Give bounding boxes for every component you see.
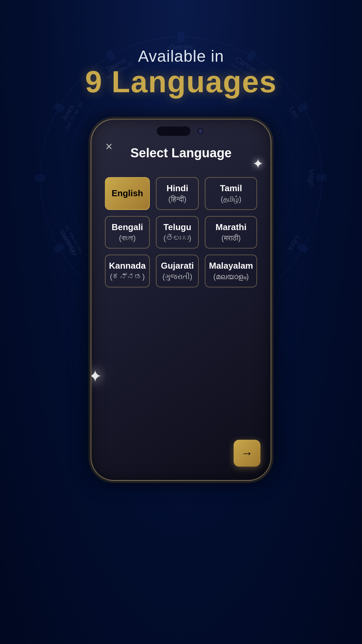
language-button-hindi[interactable]: Hindi(हिन्दी) <box>156 177 199 210</box>
language-native-marathi: (मराठी) <box>221 234 241 243</box>
language-grid: EnglishHindi(हिन्दी)Tamil(தமிழ்)Bengali(… <box>102 177 260 287</box>
svg-rect-17 <box>297 243 309 254</box>
language-name-hindi: Hindi <box>167 183 188 194</box>
sparkle-icon: ✦ <box>252 156 264 171</box>
phone-mockup: × ✦ Select Language EnglishHindi(हिन्दी)… <box>90 119 272 481</box>
language-native-malayalam: (മലയാളം) <box>213 272 249 281</box>
language-name-gujarati: Gujarati <box>161 261 194 271</box>
modal-title: Select Language <box>102 146 260 160</box>
phone-volume-down-button <box>90 234 91 261</box>
language-name-kannada: Kannada <box>109 261 146 271</box>
nine-languages-label: 9 Languages <box>85 65 277 99</box>
language-button-bengali[interactable]: Bengali(বাংলা) <box>105 216 150 249</box>
language-name-malayalam: Malayalam <box>209 261 253 271</box>
close-icon: × <box>105 141 112 153</box>
next-button[interactable]: → <box>234 440 260 467</box>
language-button-gujarati[interactable]: Gujarati(ગુજરાતી) <box>156 255 199 287</box>
language-name-marathi: Marathi <box>216 222 246 232</box>
phone-screen: × ✦ Select Language EnglishHindi(हिन्दी)… <box>92 136 270 480</box>
language-button-marathi[interactable]: Marathi(मराठी) <box>205 216 257 249</box>
svg-text:Virgo: Virgo <box>307 169 316 186</box>
language-native-tamil: (தமிழ்) <box>221 195 241 204</box>
language-name-telugu: Telugu <box>164 222 191 232</box>
language-button-english[interactable]: English <box>105 177 150 210</box>
language-native-hindi: (हिन्दी) <box>168 195 186 204</box>
phone-mute-button <box>90 177 91 194</box>
header: Available in 9 Languages <box>85 47 277 99</box>
language-name-tamil: Tamil <box>220 183 242 194</box>
language-native-telugu: (తెలుగు) <box>164 234 191 243</box>
language-button-tamil[interactable]: Tamil(தமிழ்) <box>205 177 257 210</box>
svg-rect-21 <box>53 243 65 254</box>
language-native-bengali: (বাংলা) <box>119 234 136 243</box>
phone-power-button <box>271 187 272 214</box>
language-button-malayalam[interactable]: Malayalam(മലയാളം) <box>205 255 257 287</box>
language-button-kannada[interactable]: Kannada(ಕನ್ನಡ) <box>105 255 150 287</box>
close-button[interactable]: × <box>102 139 116 154</box>
svg-rect-13 <box>178 32 184 42</box>
sparkle2-icon: ✦ <box>90 367 102 386</box>
svg-rect-22 <box>35 174 45 181</box>
available-in-label: Available in <box>85 47 277 65</box>
svg-rect-23 <box>53 102 65 113</box>
svg-rect-15 <box>297 102 309 113</box>
phone-volume-up-button <box>90 200 91 227</box>
language-native-kannada: (ಕನ್ನಡ) <box>110 272 145 281</box>
language-name-english: English <box>112 188 143 199</box>
phone-topbar <box>92 120 270 136</box>
language-button-telugu[interactable]: Telugu(తెలుగు) <box>156 216 199 249</box>
language-native-gujarati: (ગુજરાતી) <box>163 272 192 281</box>
language-name-bengali: Bengali <box>112 222 143 232</box>
svg-rect-16 <box>317 174 327 181</box>
phone-pill <box>157 126 190 136</box>
phone-camera <box>196 126 205 136</box>
next-icon: → <box>241 446 253 460</box>
